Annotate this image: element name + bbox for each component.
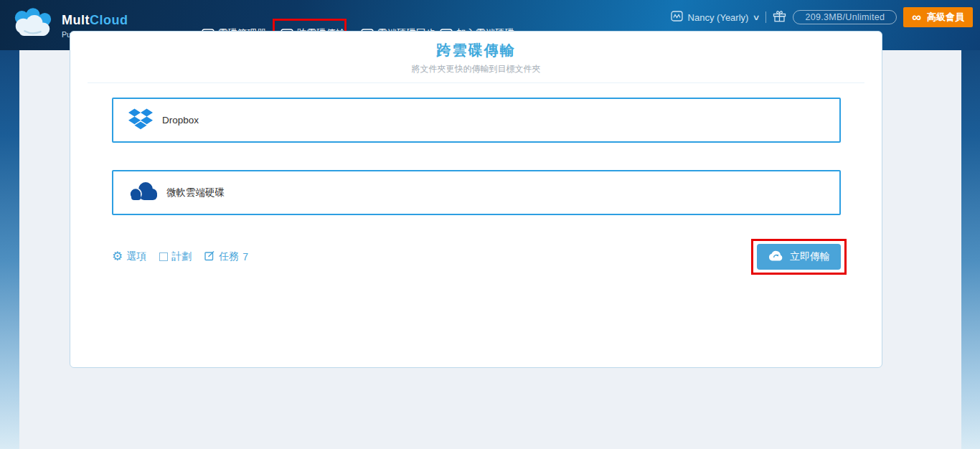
card-footer-row: ⚙ 選項 計劃 任務 7 (112, 239, 847, 275)
target-panel-onedrive[interactable]: 微軟雲端硬碟 (112, 170, 841, 215)
multcloud-page: MultCloud Put multiple cloud drives into… (0, 0, 980, 449)
target-label: 微軟雲端硬碟 (166, 186, 225, 199)
premium-member-button[interactable]: ∞ 高級會員 (903, 7, 973, 27)
options-link[interactable]: ⚙ 選項 (112, 250, 146, 263)
infinity-icon: ∞ (912, 14, 921, 21)
gift-icon[interactable] (773, 10, 786, 25)
schedule-link[interactable]: 計劃 (159, 250, 192, 263)
page-subtitle: 將文件夾更快的傳輸到目標文件夾 (70, 63, 882, 75)
source-label: Dropbox (162, 115, 199, 126)
cloud-sync-icon (768, 250, 783, 263)
header-divider (765, 11, 766, 23)
transfer-now-label: 立即傳輸 (790, 250, 830, 263)
options-label: 選項 (126, 250, 146, 263)
premium-member-label: 高級會員 (927, 11, 964, 24)
dropbox-icon (128, 108, 153, 133)
source-panel-dropbox[interactable]: Dropbox (112, 98, 841, 143)
user-menu[interactable]: Nancy (Yearly) ∨ (671, 11, 760, 24)
transfer-now-button[interactable]: 立即傳輸 (757, 244, 841, 270)
footer-links: ⚙ 選項 計劃 任務 7 (112, 250, 248, 263)
title-divider (88, 82, 864, 83)
gear-icon: ⚙ (112, 252, 123, 262)
tasks-link[interactable]: 任務 7 (204, 250, 248, 263)
schedule-label: 計劃 (171, 250, 192, 263)
transfer-card: 跨雲碟傳輸 將文件夾更快的傳輸到目標文件夾 Dropbox (70, 31, 882, 368)
page-title: 跨雲碟傳輸 (70, 41, 882, 60)
onedrive-icon (128, 181, 157, 204)
user-name: Nancy (Yearly) (688, 12, 749, 23)
edit-icon (204, 250, 215, 263)
transfer-red-highlight-box: 立即傳輸 (751, 239, 847, 275)
tasks-label: 任務 (219, 250, 239, 263)
user-avatar-icon (671, 11, 683, 24)
checkbox-icon[interactable] (159, 252, 168, 261)
tasks-count: 7 (242, 251, 248, 263)
storage-usage-pill[interactable]: 209.3MB/Unlimited (793, 10, 897, 24)
brand-name: MultCloud (62, 13, 128, 27)
multcloud-cloud-logo-icon (10, 7, 55, 44)
header-right-cluster: Nancy (Yearly) ∨ 209.3MB/Unlimited ∞ 高級會… (671, 7, 973, 27)
chevron-down-icon: ∨ (753, 13, 760, 22)
